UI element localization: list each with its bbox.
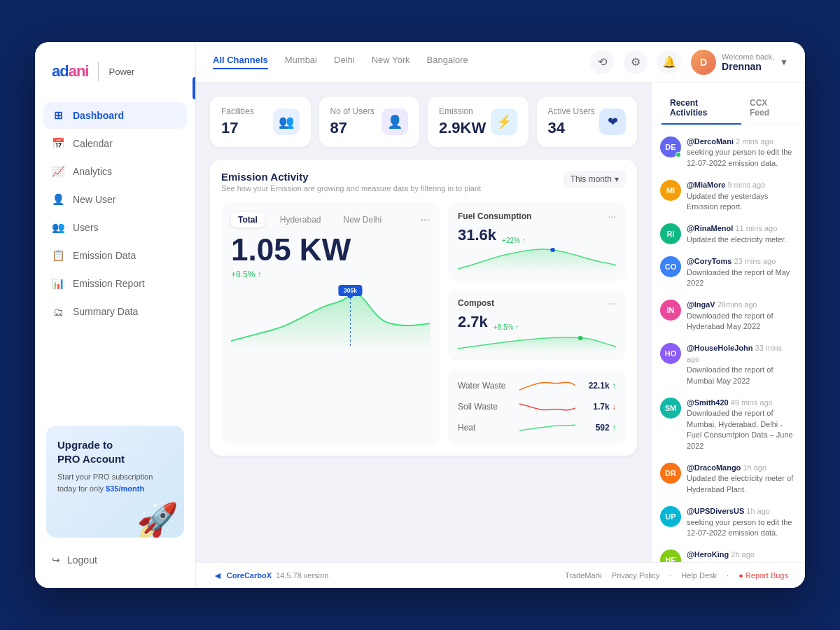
user-profile[interactable]: D Welcome back, Drennan ▼ bbox=[691, 50, 788, 75]
sidebar-item-summary-data[interactable]: 🗂 Summary Data bbox=[43, 298, 187, 325]
stat-icon-facilities: 👥 bbox=[273, 108, 300, 135]
activity-item: CO @CoryToms 23 mins ago Downloaded the … bbox=[652, 251, 805, 294]
sidebar-item-calendar[interactable]: 📅 Calendar bbox=[43, 130, 187, 157]
chart-tab-newdelhi[interactable]: New Delhi bbox=[337, 212, 389, 227]
heat-val: 592 ↑ bbox=[581, 423, 616, 433]
activity-username: @HeroKing bbox=[687, 550, 729, 559]
footer-brand-name: CoreCarboX bbox=[227, 571, 272, 580]
chart-tab-total[interactable]: Total bbox=[231, 212, 265, 227]
top-bar: All ChannelsMumbaiDelhiNew YorkBangalore… bbox=[196, 42, 805, 83]
heat-row: Heat 592 ↑ bbox=[458, 419, 616, 436]
upgrade-title: Upgrade toPRO Account bbox=[57, 438, 173, 465]
activity-username: @IngaV bbox=[687, 300, 715, 309]
chart-more-icon[interactable]: ··· bbox=[421, 214, 430, 226]
logout-button[interactable]: ↪ Logout bbox=[35, 546, 195, 574]
sidebar-item-emission-report[interactable]: 📊 Emission Report bbox=[43, 270, 187, 297]
channel-tab-all[interactable]: All Channels bbox=[213, 55, 268, 69]
sidebar-accent bbox=[192, 77, 195, 99]
fuel-value: 31.6k bbox=[458, 226, 496, 244]
chart-tab-hyderabad[interactable]: Hyderabad bbox=[273, 212, 328, 227]
activity-time: 49 mins ago bbox=[731, 398, 773, 407]
dashboard-body: Facilities 17 👥 No of Users 87 👤 Emissio… bbox=[196, 83, 805, 562]
logo-divider bbox=[98, 62, 99, 81]
activity-avatar: HO bbox=[660, 343, 681, 364]
activity-time: 1h ago bbox=[743, 463, 766, 472]
activity-time: 23 mins ago bbox=[734, 257, 776, 265]
new-user-icon: 👤 bbox=[52, 193, 64, 206]
activity-text: @HouseHoleJohn 33 mins ago Downloaded th… bbox=[687, 343, 797, 386]
channel-tab-bangalore[interactable]: Bangalore bbox=[427, 55, 468, 69]
sidebar-item-analytics[interactable]: 📈 Analytics bbox=[43, 158, 187, 185]
bell-icon-btn[interactable]: 🔔 bbox=[657, 50, 681, 74]
stat-label: Active Users bbox=[548, 106, 595, 116]
tab-recent-activities[interactable]: Recent Activities bbox=[662, 92, 741, 125]
activity-item: UP @UPSDiversUS 1h ago seeking your pers… bbox=[652, 500, 805, 544]
stat-icon-active_users: ❤ bbox=[599, 108, 626, 135]
history-icon-btn[interactable]: ⟲ bbox=[590, 50, 614, 74]
water-waste-row: Water Waste 22.1k ↑ bbox=[458, 377, 616, 394]
upgrade-desc: Start your PRO subscription today for on… bbox=[57, 471, 173, 494]
user-name: Drennan bbox=[722, 61, 774, 72]
activity-item: HO @HouseHoleJohn 33 mins ago Downloaded… bbox=[652, 337, 805, 392]
emission-title: Emission Activity bbox=[221, 171, 481, 183]
footer-privacy[interactable]: Privacy Policy bbox=[612, 571, 659, 580]
month-selector[interactable]: This month ▾ bbox=[564, 171, 626, 188]
activity-time: 11 mins ago bbox=[735, 224, 777, 232]
stat-icon-users: 👤 bbox=[382, 108, 408, 135]
activity-text: @CoryToms 23 mins ago Downloaded the rep… bbox=[687, 256, 797, 288]
sidebar-item-label: Emission Report bbox=[73, 278, 145, 289]
activity-item: IN @IngaV 28mins ago Downloaded the repo… bbox=[652, 294, 805, 337]
activity-avatar: DE bbox=[660, 136, 681, 158]
footer-reportbugs[interactable]: ● Report Bugs bbox=[738, 571, 788, 580]
upgrade-price: $35/month bbox=[106, 484, 144, 493]
sidebar-item-emission-data[interactable]: 📋 Emission Data bbox=[43, 242, 187, 269]
activity-username: @Smith420 bbox=[687, 398, 729, 407]
compost-more-icon[interactable]: ··· bbox=[608, 298, 616, 309]
activity-item: DE @DercoMani 2 mins ago seeking your pe… bbox=[652, 131, 805, 174]
fuel-change: +22% ↑ bbox=[502, 237, 526, 244]
channel-tab-newyork[interactable]: New York bbox=[372, 55, 410, 69]
soil-waste-row: Soil Waste 1.7k ↓ bbox=[458, 398, 616, 415]
tab-ccx-feed[interactable]: CCX Feed bbox=[741, 92, 795, 125]
channel-tab-mumbai[interactable]: Mumbai bbox=[285, 55, 317, 69]
logo-product: Power bbox=[108, 66, 134, 77]
settings-icon-btn[interactable]: ⚙ bbox=[624, 50, 648, 74]
activity-avatar: RI bbox=[660, 223, 681, 244]
activity-avatar: IN bbox=[660, 300, 681, 321]
waste-rows: Water Waste 22.1k ↑ Soil Waste bbox=[458, 377, 616, 436]
stat-info: Facilities 17 bbox=[221, 106, 254, 137]
chart-tabs: Total Hyderabad New Delhi ··· bbox=[231, 212, 430, 227]
top-bar-right: ⟲ ⚙ 🔔 D Welcome back, Drennan ▼ bbox=[590, 50, 788, 75]
main-chart: Total Hyderabad New Delhi ··· 1.05 KW +8… bbox=[221, 202, 440, 444]
sidebar-item-users[interactable]: 👥 Users bbox=[43, 214, 187, 241]
stat-info: Emission 2.9KW bbox=[439, 106, 486, 137]
sidebar-item-new-user[interactable]: 👤 New User bbox=[43, 186, 187, 213]
activity-avatar: CO bbox=[660, 256, 681, 277]
fuel-more-icon[interactable]: ··· bbox=[608, 211, 616, 222]
activity-item: RI @RinaMenol 11 mins ago Updated the el… bbox=[652, 218, 805, 251]
logout-label: Logout bbox=[67, 554, 97, 566]
month-label: This month bbox=[570, 174, 612, 184]
footer-helpdesk[interactable]: Help Desk bbox=[681, 571, 717, 580]
activity-tabs: Recent Activities CCX Feed bbox=[652, 83, 805, 125]
stat-card-facilities: Facilities 17 👥 bbox=[210, 97, 311, 147]
activity-avatar: SM bbox=[660, 398, 681, 419]
sidebar-item-label: Analytics bbox=[73, 166, 112, 177]
stat-label: Facilities bbox=[221, 106, 254, 116]
summary-data-icon: 🗂 bbox=[52, 305, 64, 318]
sidebar-item-label: Summary Data bbox=[73, 306, 138, 317]
emission-header: Emission Activity See how your Emission … bbox=[221, 171, 626, 192]
main-chart-area: 305k bbox=[231, 285, 430, 348]
footer-links: TradeMark Privacy Policy · Help Desk · ●… bbox=[565, 571, 788, 580]
sidebar-item-label: Users bbox=[73, 222, 99, 233]
activity-text: @HeroKing 2h ago Downloaded the report o… bbox=[687, 550, 797, 562]
activity-time: 9 mins ago bbox=[727, 181, 765, 189]
channel-tab-delhi[interactable]: Delhi bbox=[334, 55, 355, 69]
dashboard-left: Facilities 17 👥 No of Users 87 👤 Emissio… bbox=[196, 83, 651, 562]
online-indicator bbox=[676, 152, 681, 158]
svg-text:305k: 305k bbox=[344, 287, 357, 294]
footer-trademark[interactable]: TradeMark bbox=[565, 571, 602, 580]
stat-info: Active Users 34 bbox=[548, 106, 595, 137]
activity-list: DE @DercoMani 2 mins ago seeking your pe… bbox=[652, 125, 805, 562]
sidebar-item-dashboard[interactable]: ⊞ Dashboard bbox=[43, 102, 187, 129]
